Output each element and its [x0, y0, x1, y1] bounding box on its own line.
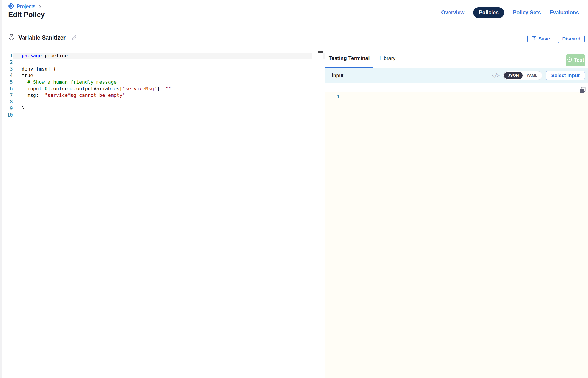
line-number: 2 [2, 59, 13, 66]
select-input-button[interactable]: Select Input [546, 71, 585, 80]
line-number: 10 [2, 112, 13, 119]
input-section-header: Input </> JSON YAML Select Input [325, 68, 588, 83]
main-split: 1package pipeline23deny [msg] {4true5 # … [0, 48, 588, 378]
input-controls: </> JSON YAML Select Input [492, 71, 585, 80]
breadcrumb-projects-link[interactable]: Projects [17, 3, 36, 10]
testing-panel: Testing Terminal Library Test Input [325, 48, 588, 378]
window-edge-strip [0, 0, 2, 378]
line-number: 3 [2, 66, 13, 72]
policy-toolbar: Variable Sanitizer Save [0, 25, 588, 48]
tab-library[interactable]: Library [380, 55, 396, 61]
code-line[interactable]: 9} [2, 105, 325, 112]
test-button-label: Test [574, 57, 584, 63]
line-content: deny [msg] { [13, 66, 325, 72]
discard-button[interactable]: Discard [558, 35, 585, 43]
line-content: msg:= "serviceMsg cannot be empty" [13, 92, 325, 99]
copy-icon[interactable] [578, 86, 587, 95]
code-lines: 1package pipeline23deny [msg] {4true5 # … [2, 53, 325, 119]
input-json-editor[interactable]: 1 [325, 83, 588, 378]
code-line[interactable]: 4true [2, 72, 325, 79]
tab-testing-terminal[interactable]: Testing Terminal [328, 55, 370, 61]
line-content: package pipeline [13, 53, 325, 59]
line-number: 4 [2, 72, 13, 79]
format-toggle: JSON YAML [503, 71, 542, 80]
code-line[interactable]: 7 msg:= "serviceMsg cannot be empty" [2, 92, 325, 99]
input-label: Input [332, 73, 343, 79]
nav-item-policy-sets[interactable]: Policy Sets [513, 10, 541, 16]
code-line[interactable]: 1package pipeline [2, 53, 325, 59]
line-content [13, 59, 325, 66]
line-content: } [13, 105, 325, 112]
breadcrumb: Projects [8, 3, 42, 10]
format-option-yaml[interactable]: YAML [523, 72, 541, 79]
line-number: 9 [2, 105, 13, 112]
code-line[interactable]: 3deny [msg] { [2, 66, 325, 72]
active-tab-underline [325, 67, 372, 68]
code-line[interactable]: 2 [2, 59, 325, 66]
line-number: 8 [2, 99, 13, 105]
input-editor-line-number: 1 [325, 94, 340, 100]
code-line[interactable]: 8 [2, 99, 325, 105]
minimap-slider [318, 51, 323, 53]
line-content: # Show a human friendly message [13, 79, 325, 85]
toolbar-actions: Save Discard [527, 35, 585, 43]
nav-item-policies[interactable]: Policies [473, 7, 504, 18]
line-number: 5 [2, 79, 13, 85]
save-button-label: Save [538, 36, 550, 42]
code-brackets-icon: </> [492, 73, 499, 78]
edit-policy-page: Projects Edit Policy Overview Policies P… [0, 0, 588, 378]
input-editor-surface [325, 92, 588, 378]
nav-item-evaluations[interactable]: Evaluations [549, 10, 579, 16]
edit-name-pencil-icon[interactable] [71, 35, 77, 41]
play-circle-icon [567, 57, 572, 64]
code-line[interactable]: 5 # Show a human friendly message [2, 79, 325, 85]
line-content [13, 99, 325, 105]
line-number: 7 [2, 92, 13, 99]
code-line[interactable]: 10 [2, 112, 325, 119]
testing-tabs-row: Testing Terminal Library Test [325, 48, 588, 68]
policy-code-editor[interactable]: 1package pipeline23deny [msg] {4true5 # … [2, 48, 325, 378]
line-content: true [13, 72, 325, 79]
line-number: 1 [2, 53, 13, 59]
projects-grid-icon [8, 3, 14, 10]
policy-name: Variable Sanitizer [18, 34, 66, 41]
page-title: Edit Policy [8, 11, 45, 19]
test-button[interactable]: Test [566, 54, 585, 66]
chevron-right-icon [38, 4, 42, 9]
format-option-json[interactable]: JSON [504, 72, 523, 79]
app-header: Projects Edit Policy Overview Policies P… [0, 0, 588, 25]
nav-item-overview[interactable]: Overview [441, 10, 465, 16]
indent-guide [26, 79, 26, 105]
code-line[interactable]: 6 input[0].outcome.outputVariables["serv… [2, 85, 325, 92]
policy-shield-check-icon [8, 34, 15, 42]
line-number: 6 [2, 85, 13, 92]
save-button[interactable]: Save [527, 35, 554, 43]
top-nav: Overview Policies Policy Sets Evaluation… [441, 0, 579, 25]
policy-identity: Variable Sanitizer [8, 34, 77, 42]
line-content [13, 112, 325, 119]
discard-button-label: Discard [562, 36, 580, 42]
line-content: input[0].outcome.outputVariables["servic… [13, 85, 325, 92]
upload-icon [532, 36, 536, 42]
